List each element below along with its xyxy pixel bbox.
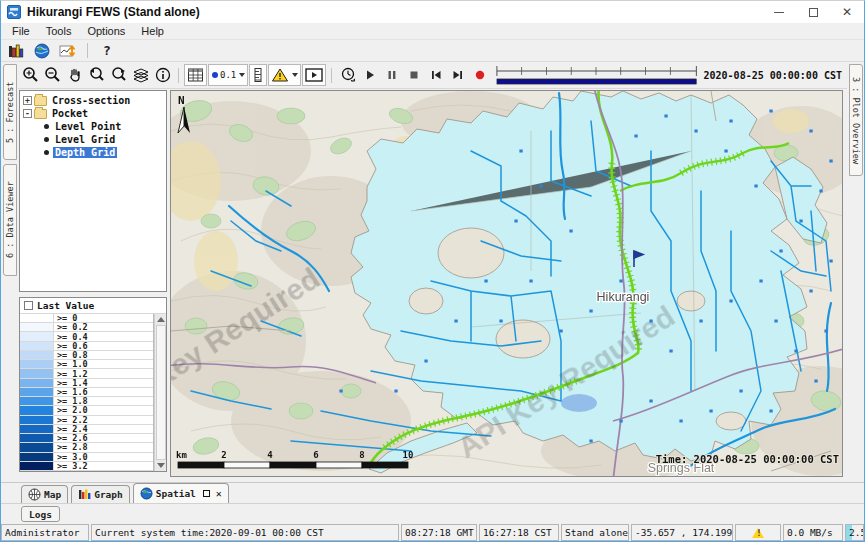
spatial-display-button[interactable]	[57, 41, 79, 60]
legend-panel: Last Value >= 0 >= 0.2 >= 0.4 >= 0.6 >= …	[19, 297, 167, 472]
stop-button[interactable]	[403, 64, 424, 86]
app-window: Hikurangi FEWS (Stand alone) ✕ File Tool…	[0, 0, 865, 542]
left-tab-strip: 5 : Forecast 6 : Data Viewer	[1, 62, 18, 482]
status-warning-cell[interactable]	[735, 524, 781, 541]
maximize-button[interactable]	[796, 1, 830, 23]
legend-scrollbar[interactable]	[154, 314, 166, 471]
toolbar-separator	[87, 43, 88, 58]
status-mode: Stand alone	[561, 524, 629, 541]
zoom-back-icon	[88, 66, 106, 84]
pan-button[interactable]	[64, 64, 85, 86]
step-forward-button[interactable]	[447, 64, 468, 86]
layer-tree: + Cross-section - Pocket Level Point	[19, 90, 167, 292]
tree-item-level-point[interactable]: Level Point	[22, 120, 166, 133]
step-back-icon	[428, 67, 444, 83]
minimize-button[interactable]	[762, 1, 796, 23]
zoom-forward-icon	[110, 66, 128, 84]
legend-color-swatch	[20, 434, 54, 442]
tab-data-viewer[interactable]: 6 : Data Viewer	[3, 164, 17, 276]
ruler-icon	[252, 67, 264, 83]
data-display-button[interactable]	[5, 41, 27, 60]
logs-row: Logs	[1, 503, 864, 524]
info-button[interactable]	[152, 64, 173, 86]
menu-options[interactable]: Options	[80, 24, 132, 38]
record-button[interactable]	[469, 64, 490, 86]
contour-interval-dropdown[interactable]: 0.1	[208, 64, 248, 86]
menu-help[interactable]: Help	[134, 24, 171, 38]
zoom-previous-button[interactable]	[86, 64, 107, 86]
legend-color-swatch	[20, 425, 54, 433]
warnings-dropdown[interactable]	[268, 64, 301, 86]
title-bar: Hikurangi FEWS (Stand alone) ✕	[1, 1, 864, 23]
step-back-button[interactable]	[425, 64, 446, 86]
pause-button[interactable]	[381, 64, 402, 86]
legend-color-swatch	[20, 369, 54, 377]
town-label: Hikurangi	[597, 290, 650, 304]
zoom-out-button[interactable]	[42, 64, 63, 86]
svg-text:4: 4	[267, 450, 273, 460]
status-gmt-time: 08:27:18 GMT	[401, 524, 477, 541]
record-icon	[472, 67, 488, 83]
svg-text:N: N	[178, 94, 185, 107]
bullet-icon	[44, 150, 49, 155]
data-viewer-panel: + Cross-section - Pocket Level Point	[18, 89, 168, 482]
tab-spatial[interactable]: Spatial ✕	[133, 483, 229, 503]
animation-settings-button[interactable]	[337, 64, 358, 86]
menu-tools[interactable]: Tools	[39, 24, 79, 38]
timer-icon	[339, 66, 357, 84]
globe-icon	[34, 43, 50, 59]
last-value-checkbox[interactable]	[24, 301, 33, 310]
collapse-icon[interactable]: -	[23, 109, 32, 118]
hand-icon	[66, 66, 84, 84]
scroll-up-icon[interactable]	[157, 317, 165, 322]
float-tab-icon[interactable]	[203, 490, 210, 497]
status-coordinates: -35.657 , 174.199	[631, 524, 733, 541]
tree-item-cross-section[interactable]: + Cross-section	[22, 94, 166, 107]
close-button[interactable]: ✕	[830, 1, 864, 23]
last-value-label: Last Value	[37, 300, 94, 311]
tab-map[interactable]: Map	[21, 485, 68, 503]
movie-icon	[305, 68, 323, 82]
svg-text:10: 10	[403, 450, 414, 460]
tree-item-depth-grid[interactable]: Depth Grid	[22, 146, 166, 159]
layers-button[interactable]	[130, 64, 151, 86]
zoom-next-button[interactable]	[108, 64, 129, 86]
logs-button[interactable]: Logs	[21, 506, 60, 522]
globe-wire-icon	[28, 488, 41, 501]
legend-color-swatch	[20, 342, 54, 350]
dot-icon	[211, 71, 219, 79]
tree-item-level-grid[interactable]: Level Grid	[22, 133, 166, 146]
grid-display-button[interactable]	[184, 64, 207, 86]
layers-icon	[132, 66, 150, 84]
tab-graph[interactable]: Graph	[71, 485, 130, 503]
timeline-timestamp: 2020-08-25 00:00:00 CST	[704, 70, 845, 81]
grid-icon	[187, 67, 204, 83]
scroll-down-icon[interactable]	[157, 463, 165, 468]
map-display-button[interactable]	[31, 41, 53, 60]
bullet-icon	[44, 124, 49, 129]
animation-window-button[interactable]	[302, 64, 326, 86]
zoom-in-button[interactable]	[20, 64, 41, 86]
timeline-slider[interactable]	[495, 63, 698, 87]
svg-text:km: km	[176, 450, 187, 460]
expand-icon[interactable]: +	[23, 96, 32, 105]
toolbar-separator	[178, 68, 179, 83]
stop-icon	[406, 67, 422, 83]
map-toolbar: 0.1	[18, 62, 847, 89]
play-button[interactable]	[359, 64, 380, 86]
menu-file[interactable]: File	[5, 24, 37, 38]
scale-bar-toggle-button[interactable]	[249, 64, 267, 86]
bar-chart-icon	[78, 488, 91, 501]
tab-plot-overview[interactable]: 3 : Plot Overview	[849, 64, 863, 176]
legend-row: >= 3.2	[20, 462, 153, 471]
tree-item-pocket[interactable]: - Pocket	[22, 107, 166, 120]
legend-color-swatch	[20, 453, 54, 461]
help-button[interactable]: ?	[96, 41, 118, 60]
map-view[interactable]: API Key Required API Key Required N	[170, 90, 843, 477]
warning-triangle-icon	[752, 528, 764, 538]
tab-forecast[interactable]: 5 : Forecast	[3, 64, 17, 160]
close-tab-icon[interactable]: ✕	[216, 488, 222, 499]
scroll-thumb[interactable]	[156, 325, 166, 460]
main-toolbar: ?	[1, 40, 864, 62]
chart-arrow-icon	[59, 43, 77, 59]
